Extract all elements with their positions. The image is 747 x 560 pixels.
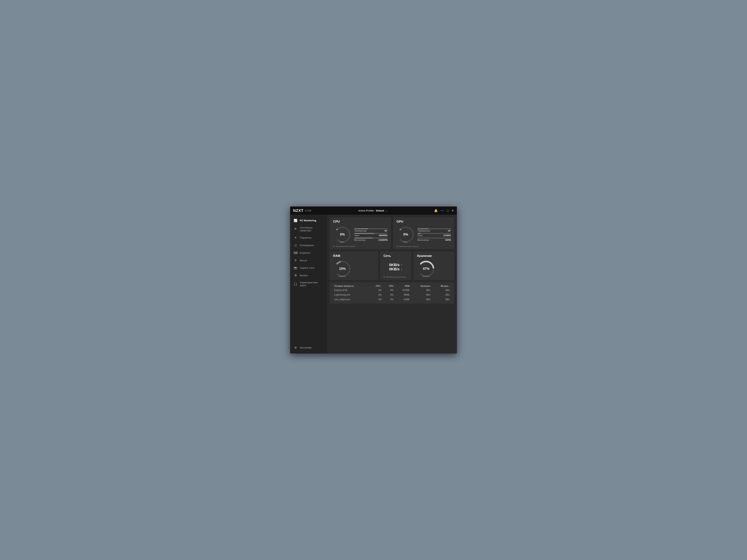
network-title: Сеть	[384, 254, 408, 258]
table-row: Explorer.EXE 0% 0% 257МБ 0В/s 0В/s	[333, 288, 451, 293]
sidebar-item-settings[interactable]: ⚙ Настройки	[290, 344, 327, 351]
logo-cam: CAM	[305, 209, 311, 212]
top-row: CPU 0% Загру...	[330, 217, 454, 249]
cpu-body: 0% Загру... Температура 42°	[333, 225, 388, 244]
proc-upload: 0В/s	[411, 293, 432, 297]
sidebar-item-cooling[interactable]: ⊙ Охлаждение	[290, 242, 327, 249]
gpu-stats: Температура 32° Часы 210MHz	[418, 228, 451, 241]
sidebar-item-label: PC Monitoring	[300, 219, 316, 222]
proc-col-upload: Загрузить	[411, 284, 432, 288]
sidebar-item-mouse[interactable]: 🖱 Mouse	[290, 257, 327, 264]
capture-icon: 📷	[293, 266, 298, 270]
gpu-footer-text: Минимальная нагрузка	[399, 245, 419, 247]
network-download-value: 0KB/s	[389, 267, 400, 271]
app-window: NZXT CAM Active Profile: Default ⌄ 🔔 — □…	[290, 207, 457, 353]
sidebar-item-label: Monitor	[300, 274, 308, 277]
cpu-fan-value: 2335RPM	[379, 239, 388, 241]
audio-icon: 🎧	[293, 282, 298, 286]
proc-gpu: 0%	[383, 297, 395, 302]
keyboard-icon: ⌨	[293, 251, 298, 255]
gear-icon: ⚙	[293, 346, 298, 349]
network-body: 0KB/s ↑ 0KB/s ↓	[384, 260, 408, 274]
mid-row: RAM 10% Загрузить Сеть	[330, 251, 454, 280]
content-area: CPU 0% Загру...	[327, 215, 457, 353]
sidebar-item-audio[interactable]: 🎧 Характеристики аудио	[290, 279, 327, 289]
sidebar-item-lighting[interactable]: ☀ Подсветка	[290, 234, 327, 241]
network-upload-value: 0KB/s	[389, 263, 400, 267]
proc-download: 0В/s	[432, 297, 451, 302]
bell-icon[interactable]: 🔔	[434, 209, 438, 212]
sidebar: 📈 PC Monitoring 👁 Системные характери ☀ …	[290, 215, 327, 353]
minimize-button[interactable]: —	[441, 209, 444, 212]
sidebar-item-keyboard[interactable]: ⌨ Keyboard	[290, 249, 327, 257]
cpu-temp-value: 42°	[384, 230, 388, 232]
sidebar-item-label: Capture Card	[300, 266, 314, 269]
ram-title: RAM	[333, 254, 375, 258]
sun-icon: ☀	[293, 236, 298, 239]
ram-body: 10% Загрузить	[333, 260, 375, 278]
proc-download: 0В/s	[432, 293, 451, 297]
cpu-fan-label: Вентилятор	[354, 239, 365, 241]
upload-arrow-icon: ↑	[401, 263, 403, 267]
title-bar: NZXT CAM Active Profile: Default ⌄ 🔔 — □…	[290, 207, 457, 215]
gpu-temp-value: 32°	[448, 230, 451, 232]
proc-upload: 0В/s	[411, 288, 432, 293]
title-bar-center: Active Profile: Default ⌄	[358, 209, 387, 212]
cpu-stats: Температура 42° Часы 3960MHz	[354, 228, 388, 241]
proc-col-cpu[interactable]: CPU ↓	[369, 284, 383, 288]
storage-sub-label: Загрузить	[422, 275, 430, 277]
sidebar-item-system-chars[interactable]: 👁 Системные характери	[290, 224, 327, 234]
sidebar-item-label: Характеристики аудио	[300, 281, 324, 287]
proc-cpu: 0%	[369, 293, 383, 297]
chevron-down-icon[interactable]: ⌄	[386, 209, 387, 212]
proc-cpu: 0%	[369, 288, 383, 293]
gpu-usage-text: 0%	[403, 233, 408, 237]
sidebar-item-label: Keyboard	[300, 251, 310, 254]
ram-sub-label: Загрузить	[338, 275, 346, 277]
proc-col-download: Выгруз...	[432, 284, 451, 288]
cpu-usage-text: 0%	[340, 233, 345, 237]
sidebar-item-monitor[interactable]: 🖥 Monitor	[290, 272, 327, 279]
close-button[interactable]: ✕	[452, 209, 454, 212]
logo-nzxt: NZXT	[293, 209, 304, 213]
gpu-temp-label: Температура	[418, 230, 430, 232]
processes-table: Топовые процессы CPU ↓ GPU RAM Загрузить…	[333, 284, 451, 302]
sidebar-item-label: Системные характери	[300, 226, 324, 232]
cpu-temp-row: Температура 42°	[354, 228, 388, 232]
main-layout: 📈 PC Monitoring 👁 Системные характери ☀ …	[290, 215, 457, 353]
title-bar-left: NZXT CAM	[293, 209, 311, 213]
gpu-card: GPU 0% Загру...	[393, 217, 454, 249]
network-footer: Минимальная нагрузка	[384, 276, 408, 278]
network-footer-text: Минимальная нагрузка	[386, 276, 406, 278]
proc-ram: 41МБ	[395, 297, 411, 302]
sidebar-item-pc-monitoring[interactable]: 📈 PC Monitoring	[290, 217, 327, 224]
gpu-gauge: 0% Загру...	[396, 225, 415, 244]
cpu-temp-label: Температура	[354, 230, 367, 232]
ram-usage-text: 10%	[339, 267, 346, 271]
sidebar-item-label: Настройки	[300, 346, 312, 349]
gpu-body: 0% Загру... Температура 32°	[396, 225, 451, 244]
proc-col-name: Топовые процессы	[333, 284, 369, 288]
table-row: LogiOverlay.exe 0% 0% 90МБ 0В/s 0В/s	[333, 293, 451, 297]
sidebar-item-capture-card[interactable]: 📷 Capture Card	[290, 264, 327, 271]
storage-card: Хранение 47% Загрузить	[413, 251, 454, 280]
gpu-dot-icon	[396, 246, 398, 247]
proc-gpu: 0%	[383, 293, 395, 297]
proc-ram: 90МБ	[395, 293, 411, 297]
cpu-sub-label: Загру...	[340, 241, 345, 243]
monitoring-icon: 📈	[293, 219, 298, 222]
proc-col-gpu: GPU	[383, 284, 395, 288]
sidebar-item-label: Подсветка	[300, 236, 311, 239]
gpu-fan-row: Вентилятор 0RPM	[418, 238, 451, 241]
table-row: cam_helper.exe 0% 0% 41МБ 0В/s 0В/s	[333, 297, 451, 302]
maximize-button[interactable]: □	[447, 209, 448, 212]
cpu-card: CPU 0% Загру...	[330, 217, 391, 249]
cooling-icon: ⊙	[293, 243, 298, 247]
mouse-icon: 🖱	[293, 259, 298, 262]
network-upload-row: 0KB/s ↑	[389, 263, 403, 267]
download-arrow-icon: ↓	[401, 267, 403, 271]
ram-card: RAM 10% Загрузить	[330, 251, 378, 280]
profile-name[interactable]: Default	[376, 209, 384, 212]
proc-cpu: 0%	[369, 297, 383, 302]
gpu-temp-row: Температура 32°	[418, 228, 451, 232]
